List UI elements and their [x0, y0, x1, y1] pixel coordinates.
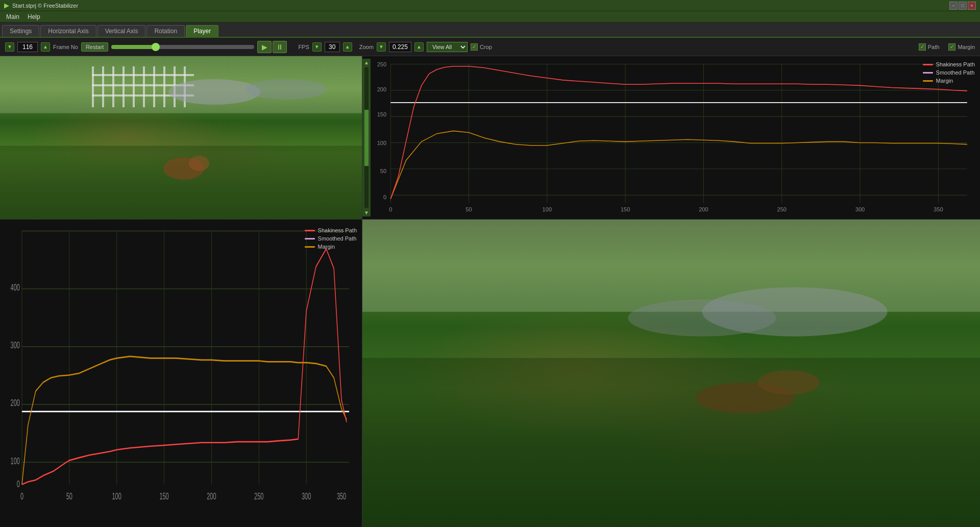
menu-main[interactable]: Main [2, 12, 23, 21]
fps-up-button[interactable]: ▲ [343, 42, 352, 52]
legend-b-shakiness: Shakiness Path [305, 227, 357, 233]
frame-up-button[interactable]: ▲ [41, 42, 50, 52]
margin-label: Margin [958, 44, 975, 50]
svg-rect-8 [163, 66, 165, 107]
svg-rect-11 [92, 74, 194, 76]
fps-down-button[interactable]: ▼ [312, 42, 322, 52]
menu-help[interactable]: Help [23, 12, 44, 21]
svg-point-15 [245, 79, 327, 100]
scroll-thumb[interactable] [364, 110, 369, 166]
progress-bar[interactable] [111, 45, 254, 49]
scroll-up-arrow[interactable]: ▲ [363, 59, 370, 66]
legend-color-smoothed [923, 72, 933, 74]
bottom-chart-svg: 0 100 200 300 400 0 50 100 150 200 250 3… [3, 222, 359, 524]
svg-text:150: 150 [377, 111, 386, 117]
crop-checkbox[interactable]: ✓ [471, 43, 478, 51]
main-content: ▲ ▼ 0 50 [0, 56, 980, 527]
titlebar: ▶ Start.stprj © FreeStabilizer − □ × [0, 0, 980, 11]
tab-rotation[interactable]: Rotation [146, 25, 185, 37]
svg-text:0: 0 [17, 478, 20, 489]
tab-vertical-axis[interactable]: Vertical Axis [97, 25, 146, 37]
svg-text:350: 350 [337, 491, 347, 501]
tab-settings[interactable]: Settings [2, 25, 39, 37]
legend-b-color-shakiness [305, 230, 315, 231]
legend-b-label-smoothed: Smoothed Path [318, 235, 357, 242]
svg-rect-7 [153, 66, 155, 107]
svg-text:300: 300 [855, 206, 865, 212]
crop-label: Crop [480, 44, 492, 50]
legend-b-margin: Margin [305, 244, 357, 250]
legend-margin: Margin [923, 78, 975, 84]
svg-text:200: 200 [699, 206, 708, 212]
svg-text:250: 250 [377, 61, 386, 67]
play-button[interactable]: ▶ [257, 41, 272, 53]
maximize-button[interactable]: □ [959, 2, 967, 10]
svg-rect-19 [375, 59, 977, 217]
titlebar-title: Start.stprj © FreeStabilizer [12, 3, 78, 9]
margin-checkbox[interactable]: ✓ [948, 43, 955, 51]
svg-rect-2 [102, 66, 104, 107]
player-toolbar: ▼ 116 ▲ Frame No Restart ▶ ⏸ FPS ▼ 30 ▲ … [0, 38, 980, 56]
svg-text:300: 300 [302, 491, 311, 501]
svg-rect-5 [133, 66, 135, 107]
progress-fill [111, 45, 156, 49]
frame-no-label: Frame No [53, 44, 78, 50]
legend-label-shakiness: Shakiness Path [936, 61, 975, 67]
svg-text:0: 0 [389, 206, 392, 212]
fps-label: FPS [298, 44, 309, 50]
top-chart-legend: Shakiness Path Smoothed Path Margin [923, 61, 975, 84]
zoom-down-button[interactable]: ▼ [377, 42, 386, 52]
minimize-button[interactable]: − [949, 2, 958, 10]
tab-horizontal-axis[interactable]: Horizontal Axis [40, 25, 96, 37]
stabilized-video [362, 220, 980, 527]
svg-text:0: 0 [383, 194, 386, 200]
zoom-up-button[interactable]: ▲ [414, 42, 424, 52]
close-button[interactable]: × [968, 2, 976, 10]
svg-text:100: 100 [377, 139, 386, 146]
chart-scrollbar[interactable]: ▲ ▼ [362, 59, 371, 217]
legend-label-margin: Margin [936, 78, 953, 84]
view-select[interactable]: View All View Clip [427, 42, 468, 52]
svg-text:200: 200 [207, 491, 216, 501]
path-checkbox-group: ✓ Path [919, 43, 940, 51]
top-chart-panel: ▲ ▼ 0 50 [362, 56, 980, 220]
svg-rect-3 [112, 66, 114, 107]
legend-color-margin [923, 80, 933, 82]
svg-text:200: 200 [377, 86, 386, 92]
svg-text:350: 350 [934, 206, 943, 212]
svg-point-78 [628, 300, 776, 337]
path-label: Path [928, 44, 940, 50]
svg-rect-4 [122, 66, 125, 107]
legend-b-color-smoothed [305, 238, 315, 239]
legend-shakiness: Shakiness Path [923, 61, 975, 67]
zoom-value: 0.225 [389, 42, 411, 52]
source-video [0, 56, 362, 219]
svg-text:400: 400 [11, 282, 20, 293]
bottom-chart-panel: 0 100 200 300 400 0 50 100 150 200 250 3… [0, 220, 362, 527]
svg-text:50: 50 [380, 168, 386, 174]
menubar: Main Help [0, 11, 980, 22]
svg-text:250: 250 [777, 206, 787, 212]
svg-rect-6 [143, 66, 145, 107]
svg-text:50: 50 [66, 491, 72, 501]
margin-checkbox-group: ✓ Margin [948, 43, 975, 51]
svg-point-18 [189, 156, 209, 171]
pause-button[interactable]: ⏸ [273, 41, 287, 53]
svg-text:0: 0 [20, 491, 23, 501]
legend-color-shakiness [923, 64, 933, 65]
progress-thumb[interactable] [152, 43, 160, 51]
svg-rect-76 [362, 220, 980, 312]
source-video-panel [0, 56, 362, 220]
scroll-down-arrow[interactable]: ▼ [363, 209, 370, 217]
frame-down-button[interactable]: ▼ [5, 42, 14, 52]
play-controls: ▶ ⏸ [257, 41, 287, 53]
svg-text:50: 50 [465, 206, 472, 212]
restart-button[interactable]: Restart [81, 42, 108, 52]
path-checkbox[interactable]: ✓ [919, 43, 926, 51]
legend-b-label-shakiness: Shakiness Path [318, 227, 357, 233]
bottom-chart-legend: Shakiness Path Smoothed Path Margin [305, 227, 357, 250]
svg-rect-49 [3, 222, 359, 524]
svg-text:100: 100 [11, 455, 20, 466]
svg-rect-1 [92, 66, 94, 107]
tab-player[interactable]: Player [186, 25, 218, 37]
